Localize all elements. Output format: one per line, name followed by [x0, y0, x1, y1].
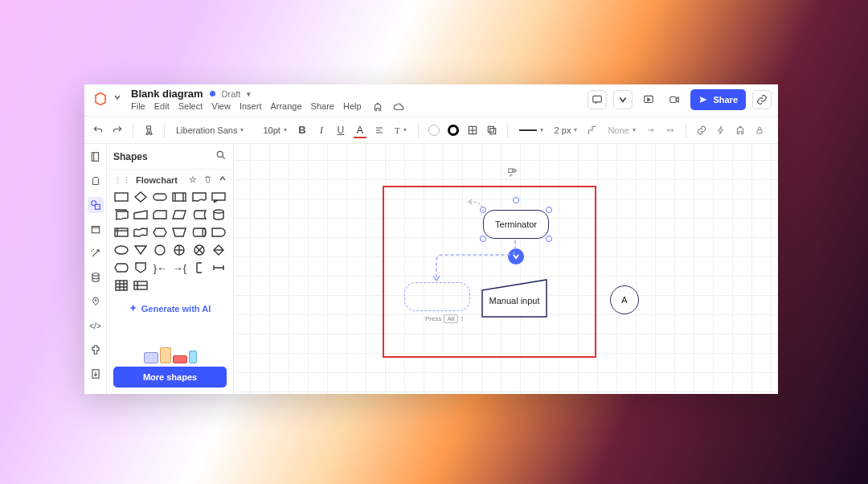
layers-button[interactable] — [485, 123, 499, 137]
menu-share[interactable]: Share — [311, 101, 334, 114]
record-button[interactable] — [665, 90, 684, 109]
shape-card[interactable] — [152, 208, 168, 221]
font-select[interactable]: Liberation Sans▾ — [173, 124, 247, 137]
menu-arrange[interactable]: Arrange — [270, 101, 301, 114]
visibility-button[interactable] — [733, 123, 747, 137]
shape-brace-left[interactable]: →{ — [171, 261, 187, 274]
rail-pages-icon[interactable] — [88, 149, 104, 165]
rail-location-icon[interactable] — [88, 293, 104, 310]
menu-cloud-icon[interactable] — [392, 101, 405, 114]
shape-predefined[interactable] — [171, 191, 187, 203]
shape-stored-data[interactable] — [191, 208, 207, 221]
status-caret-icon[interactable]: ▾ — [247, 90, 251, 98]
line-routing-button[interactable] — [585, 123, 600, 137]
pin-section-icon[interactable]: ☆ — [189, 174, 197, 186]
shape-brace-right[interactable]: }← — [152, 261, 168, 274]
shape-manual-op[interactable] — [171, 226, 187, 239]
rail-frame-icon[interactable] — [88, 221, 104, 237]
arrow-both-button[interactable] — [663, 123, 678, 137]
generate-ai-button[interactable]: ✦ Generate with AI — [113, 303, 227, 314]
undo-button[interactable] — [91, 123, 105, 137]
arrow-right-button[interactable] — [644, 123, 658, 137]
format-painter-button[interactable] — [141, 123, 156, 137]
copy-link-button[interactable] — [752, 90, 772, 109]
shape-note[interactable] — [191, 261, 207, 274]
shape-manual-input[interactable] — [133, 208, 149, 221]
rail-data-icon[interactable] — [88, 269, 104, 285]
rail-code-icon[interactable]: </> — [88, 318, 104, 334]
present-button[interactable] — [639, 90, 658, 109]
context-toolbar[interactable] — [507, 166, 518, 178]
menu-select[interactable]: Select — [178, 101, 203, 114]
shape-rectangle[interactable] — [113, 191, 129, 203]
shape-delay[interactable] — [211, 226, 227, 239]
shape-triangle[interactable] — [133, 244, 149, 256]
lock-button[interactable] — [752, 123, 767, 137]
shape-offpage[interactable] — [133, 261, 149, 274]
shape-internal[interactable] — [113, 226, 129, 239]
more-shapes-button[interactable]: More shapes — [113, 367, 227, 388]
italic-button[interactable]: I — [314, 123, 329, 137]
line-width-select[interactable]: 2 px▾ — [551, 124, 581, 137]
node-terminator[interactable]: Terminator — [483, 210, 549, 239]
section-header-flowchart[interactable]: ⋮⋮Flowchart ☆ — [113, 174, 227, 186]
redo-button[interactable] — [110, 123, 125, 137]
menu-view[interactable]: View — [211, 101, 231, 114]
shape-circle[interactable] — [152, 244, 168, 256]
link-button[interactable] — [694, 123, 709, 137]
shape-ellipse[interactable] — [113, 244, 129, 256]
line-style-select[interactable]: ▾ — [516, 125, 547, 135]
shape-options-button[interactable] — [465, 123, 480, 137]
shape-document[interactable] — [191, 191, 207, 203]
menu-help[interactable]: Help — [343, 101, 362, 114]
drag-handle-icon[interactable]: ⋮⋮ — [113, 175, 131, 186]
rail-shapes-icon[interactable] — [88, 197, 104, 213]
shape-data[interactable] — [171, 208, 187, 221]
shape-callout[interactable] — [211, 191, 227, 203]
align-button[interactable] — [372, 123, 387, 137]
shape-or[interactable] — [191, 244, 207, 256]
share-button[interactable]: Share — [690, 89, 746, 110]
shape-terminator[interactable] — [152, 191, 168, 203]
shape-table[interactable] — [113, 279, 129, 292]
shape-sort[interactable] — [211, 244, 227, 256]
more-dropdown[interactable] — [613, 90, 633, 109]
search-shapes-icon[interactable] — [215, 150, 227, 163]
rail-containers-icon[interactable] — [88, 173, 104, 189]
menu-insert[interactable]: Insert — [240, 101, 262, 114]
menu-edit[interactable]: Edit — [154, 101, 170, 114]
shape-multidoc[interactable] — [113, 208, 129, 221]
shape-papertape[interactable] — [133, 226, 149, 239]
action-button[interactable] — [714, 123, 728, 137]
bold-button[interactable]: B — [295, 123, 309, 137]
ghost-terminator[interactable] — [404, 282, 470, 311]
menu-extensions-icon[interactable] — [372, 101, 383, 114]
shape-hexagon[interactable] — [152, 226, 168, 239]
doc-status[interactable]: Draft — [222, 89, 241, 99]
arrow-end-select[interactable]: None▾ — [604, 124, 638, 137]
shape-connector[interactable] — [211, 261, 227, 274]
menu-file[interactable]: File — [131, 101, 145, 114]
shape-database[interactable] — [211, 208, 227, 221]
canvas[interactable]: Terminator Press Alt ↕ — [234, 144, 778, 394]
doc-title[interactable]: Blank diagram — [131, 88, 203, 100]
stroke-color-button[interactable] — [446, 123, 461, 137]
rail-plugins-icon[interactable] — [88, 342, 104, 358]
font-size-select[interactable]: 10pt▾ — [260, 124, 289, 137]
delete-section-icon[interactable] — [203, 174, 212, 186]
shape-swimlane[interactable] — [133, 279, 149, 292]
shape-sum[interactable] — [171, 244, 187, 256]
rail-magic-icon[interactable] — [88, 245, 104, 261]
comments-button[interactable] — [588, 90, 607, 109]
shape-diamond[interactable] — [133, 191, 149, 203]
app-logo[interactable] — [92, 91, 108, 107]
rail-import-icon[interactable] — [88, 366, 104, 382]
fill-color-button[interactable] — [427, 123, 441, 137]
font-color-button[interactable]: A — [353, 123, 367, 137]
app-switcher-chevron-icon[interactable] — [113, 93, 121, 103]
underline-button[interactable]: U — [334, 123, 348, 137]
collapse-section-icon[interactable] — [219, 174, 227, 186]
node-connector-a[interactable]: A — [610, 285, 639, 314]
shape-direct-data[interactable] — [191, 226, 207, 239]
shape-display[interactable] — [113, 261, 129, 274]
